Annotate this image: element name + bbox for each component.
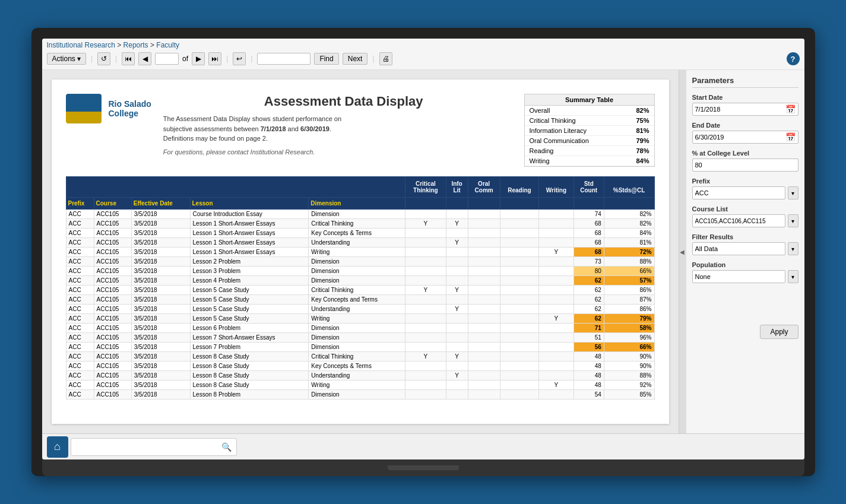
population-input[interactable]: [695, 273, 782, 280]
cell-cnt: 48: [573, 381, 604, 390]
table-row: ACC ACC105 3/5/2018 Lesson 7 Short-Answe…: [66, 333, 654, 343]
pct-input-wrapper: [692, 159, 799, 172]
table-row: ACC ACC105 3/5/2018 Lesson 5 Case Study …: [66, 314, 654, 324]
cell-cnt: 71: [573, 324, 604, 333]
cell-prefix: ACC: [66, 314, 94, 324]
cell-ct: [405, 314, 446, 324]
cell-wr: [539, 362, 573, 371]
cell-dimension: Dimension: [309, 210, 405, 219]
cell-ct: Y: [405, 352, 446, 362]
page-input[interactable]: [155, 53, 179, 65]
taskbar-search-input[interactable]: [76, 442, 221, 451]
apply-button[interactable]: Apply: [760, 325, 798, 339]
summary-value: 79%: [622, 136, 654, 146]
cell-ct: Y: [405, 286, 446, 295]
cell-dimension: Dimension: [309, 324, 405, 333]
cell-date: 3/5/2018: [131, 362, 190, 371]
find-button[interactable]: Find: [314, 53, 338, 65]
cell-ct: [405, 276, 446, 286]
cell-rd: [500, 210, 538, 219]
course-list-input[interactable]: [695, 218, 782, 224]
breadcrumb-link-reports[interactable]: Reports: [123, 41, 148, 49]
start-date-input[interactable]: [695, 106, 784, 113]
cell-wr: [539, 333, 573, 343]
cell-pct: 86%: [604, 286, 654, 295]
find-input[interactable]: [257, 53, 310, 65]
cell-dimension: Dimension: [309, 267, 405, 276]
print-button[interactable]: 🖨: [379, 52, 392, 65]
table-row: ACC ACC105 3/5/2018 Lesson 6 Problem Dim…: [66, 324, 654, 333]
cell-ct: Y: [405, 219, 446, 229]
cell-date: 3/5/2018: [131, 257, 190, 267]
cell-oc: [468, 390, 500, 400]
cell-course: ACC105: [94, 210, 131, 219]
cell-lesson: Lesson 5 Case Study: [190, 305, 309, 314]
breadcrumb-sep2: >: [150, 41, 156, 49]
end-date-calendar-icon[interactable]: 📅: [785, 132, 796, 142]
header-reading: Reading: [500, 177, 538, 198]
start-date-calendar-icon[interactable]: 📅: [785, 104, 796, 114]
col-pct-sub: [604, 198, 654, 210]
cell-cnt: 62: [573, 295, 604, 305]
cell-oc: [468, 238, 500, 248]
summary-label: Information Literacy: [525, 126, 622, 136]
cell-wr: [539, 238, 573, 248]
prefix-input-wrapper: [692, 186, 785, 199]
report-content: Rio Salado College Assessment Data Displ…: [42, 70, 679, 433]
prefix-input[interactable]: [695, 189, 782, 196]
home-button[interactable]: ⌂: [47, 436, 68, 458]
table-row: ACC ACC105 3/5/2018 Lesson 5 Case Study …: [66, 305, 654, 314]
actions-button[interactable]: Actions ▾: [47, 53, 86, 65]
help-button[interactable]: ?: [787, 52, 800, 65]
first-page-button[interactable]: ⏮: [122, 52, 135, 65]
panel-toggle[interactable]: ◀: [679, 70, 686, 433]
prev-page-button[interactable]: ◀: [138, 52, 151, 65]
table-row: ACC ACC105 3/5/2018 Course Introduction …: [66, 210, 654, 219]
cell-wr: [539, 257, 573, 267]
cell-pct: 58%: [604, 324, 654, 333]
cell-course: ACC105: [94, 371, 131, 381]
cell-date: 3/5/2018: [131, 381, 190, 390]
population-dropdown-btn[interactable]: ▾: [788, 270, 799, 283]
cell-rd: [500, 219, 538, 229]
pct-input[interactable]: [695, 161, 796, 169]
cell-wr: [539, 390, 573, 400]
data-table: CriticalThinking InfoLit OralComm Readin…: [66, 176, 655, 400]
taskbar-search[interactable]: 🔍: [71, 438, 237, 456]
next-find-button[interactable]: Next: [343, 53, 368, 65]
cell-lesson: Lesson 6 Problem: [190, 324, 309, 333]
table-row: ACC ACC105 3/5/2018 Lesson 8 Problem Dim…: [66, 390, 654, 400]
cell-ct: [405, 238, 446, 248]
header-pct: %Stds@CL: [604, 177, 654, 198]
cell-dimension: Writing: [309, 248, 405, 257]
search-icon[interactable]: 🔍: [221, 442, 232, 452]
cell-date: 3/5/2018: [131, 219, 190, 229]
filter-dropdown-btn[interactable]: ▾: [788, 242, 799, 255]
last-page-button[interactable]: ⏭: [208, 52, 221, 65]
breadcrumb-link-ir[interactable]: Institutional Research: [47, 41, 115, 49]
cell-oc: [468, 248, 500, 257]
col-oc-sub: [468, 198, 500, 210]
breadcrumb-link-faculty[interactable]: Faculty: [156, 41, 179, 49]
cell-il: [446, 343, 468, 352]
cell-pct: 66%: [604, 343, 654, 352]
logo-text: Rio Salado College: [109, 99, 151, 118]
end-date-input[interactable]: [695, 134, 784, 141]
logo: [66, 94, 102, 123]
filter-input[interactable]: [695, 245, 782, 252]
monitor-stand: [388, 465, 459, 470]
summary-label: Oral Communication: [525, 136, 622, 146]
back-button[interactable]: ↩: [233, 52, 246, 65]
report-body: Rio Salado College Assessment Data Displ…: [42, 70, 804, 433]
population-group: Population ▾: [692, 261, 799, 283]
cell-wr: [539, 210, 573, 219]
cell-il: [446, 267, 468, 276]
prefix-dropdown-btn[interactable]: ▾: [788, 186, 799, 199]
next-page-button[interactable]: ▶: [192, 52, 205, 65]
course-list-dropdown-btn[interactable]: ▾: [788, 214, 799, 227]
cell-lesson: Lesson 3 Problem: [190, 267, 309, 276]
cell-date: 3/5/2018: [131, 286, 190, 295]
cell-course: ACC105: [94, 229, 131, 238]
refresh-button[interactable]: ↺: [97, 52, 110, 65]
summary-label: Writing: [525, 156, 622, 166]
